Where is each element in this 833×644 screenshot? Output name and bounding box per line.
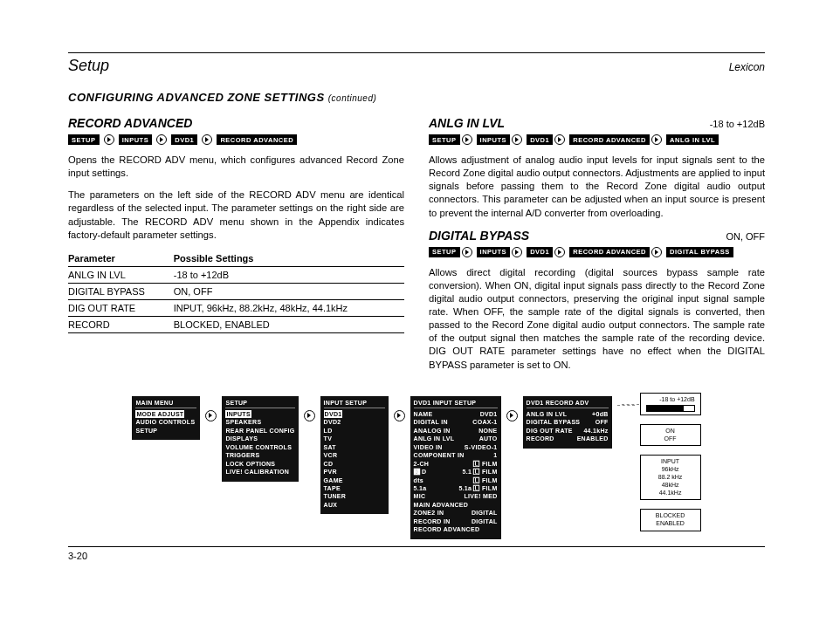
chevron-right-icon [462,134,472,145]
running-header: Setup Lexicon [68,57,765,75]
menu-dvd1-record-adv: DVD1 RECORD ADV ANLG IN LVL+0dBDIGITAL B… [523,396,612,449]
menu-row: RECORD ADVANCED [414,525,498,533]
chevron-right-icon [462,247,472,257]
value-box-dig-out-rate: INPUT 96kHz 88.2 kHz 48kHz 44.1kHz [640,455,701,500]
table-header-settings: Possible Settings [174,250,404,267]
value-box-bypass: ON OFF [640,424,701,446]
body-paragraph: Opens the RECORD ADV menu, which configu… [68,154,404,180]
table-row: ANLG IN LVL-18 to +12dB [68,266,404,283]
digital-bypass-heading: DIGITAL BYPASS [429,229,529,243]
menu-row: ZONE2 INDIGITAL [414,509,498,517]
column-left: RECORD ADVANCED SETUP INPUTS DVD1 RECORD… [68,111,404,380]
arrow-right-icon [506,410,518,421]
chevron-right-icon [651,247,662,257]
body-paragraph: Allows direct digital recording (digital… [429,266,765,372]
brand-name: Lexicon [729,61,765,73]
menu-row: ANALOG INNONE [414,427,498,435]
digital-bypass-range: ON, OFF [726,231,765,242]
menu-row: DIGITAL BYPASSOFF [527,418,609,426]
continued-label: (continued) [328,93,377,103]
body-paragraph: The parameters on the left side of the R… [68,188,404,241]
chevron-right-icon [554,247,565,257]
menu-row: 🅳 D5.1 🄻 FILM [414,468,498,476]
chevron-right-icon [554,134,565,145]
menu-input-setup: INPUT SETUP DVD1 DVD2 LD TV SAT VCR CD P… [320,396,389,515]
arrow-right-icon [304,410,315,421]
chevron-right-icon [156,134,167,145]
page-number: 3-20 [68,546,765,561]
arrow-right-icon [205,410,217,421]
menu-main: MAIN MENU MODE ADJUST AUDIO CONTROLS SET… [132,396,200,441]
menu-row: 2-CH🄻 FILM [414,460,498,468]
menu-row: DIGITAL INCOAX-1 [414,418,498,426]
value-box-record: BLOCKED ENABLED [640,509,701,531]
chevron-right-icon [512,134,522,145]
chapter-name: Setup [68,57,109,75]
breadcrumb: SETUP INPUTS DVD1 RECORD ADVANCED DIGITA… [429,246,765,257]
level-bar-icon [646,405,695,412]
chevron-right-icon [651,134,662,145]
section-title-text: CONFIGURING ADVANCED ZONE SETTINGS [68,91,325,104]
parameter-table: Parameter Possible Settings ANLG IN LVL-… [68,250,404,333]
breadcrumb: SETUP INPUTS DVD1 RECORD ADVANCED ANLG I… [429,134,765,145]
table-row: DIGITAL BYPASSON, OFF [68,283,404,299]
menu-row: RECORD INDIGITAL [414,517,498,525]
chevron-right-icon [202,134,212,145]
anlg-in-lvl-range: -18 to +12dB [710,119,765,129]
menu-row: VIDEO INS-VIDEO-1 [414,443,498,451]
menu-row: DIG OUT RATE44.1kHz [527,427,609,435]
column-right: ANLG IN LVL -18 to +12dB SETUP INPUTS DV… [429,111,765,380]
value-options-column: -18 to +12dB ON OFF INPUT 96kHz 88.2 kHz… [640,393,701,531]
breadcrumb: SETUP INPUTS DVD1 RECORD ADVANCED [68,134,404,145]
crumb-inputs: INPUTS [119,134,153,145]
body-paragraph: Allows adjustment of analog audio input … [429,154,765,220]
menu-dvd1-input-setup: DVD1 INPUT SETUP NAMEDVD1DIGITAL INCOAX-… [410,396,501,539]
record-advanced-heading: RECORD ADVANCED [68,116,192,130]
menu-row: ANLG IN LVLAUTO [414,435,498,442]
chevron-right-icon [104,134,114,145]
menu-navigation-diagram: MAIN MENU MODE ADJUST AUDIO CONTROLS SET… [68,396,765,539]
table-header-parameter: Parameter [68,250,174,267]
chevron-right-icon [512,247,522,257]
section-title: CONFIGURING ADVANCED ZONE SETTINGS (cont… [68,91,765,104]
menu-row: COMPONENT IN1 [414,451,498,459]
anlg-in-lvl-heading: ANLG IN LVL [429,116,505,130]
crumb-record-advanced: RECORD ADVANCED [217,134,297,145]
menu-row: RECORDENABLED [527,435,609,442]
menu-row: NAMEDVD1 [414,410,498,418]
arrow-right-icon [394,410,405,421]
menu-row: ANLG IN LVL+0dB [527,410,609,418]
table-row: DIG OUT RATEINPUT, 96kHz, 88.2kHz, 48kHz… [68,299,404,316]
menu-row: MICLIVE! MED [414,492,498,500]
value-box-anlg-level: -18 to +12dB [640,393,701,415]
menu-setup: SETUP INPUTS SPEAKERS REAR PANEL CONFIG … [222,396,298,482]
menu-row: dts🄻 FILM [414,476,498,484]
table-row: RECORDBLOCKED, ENABLED [68,316,404,332]
crumb-dvd1: DVD1 [171,134,197,145]
menu-row: 5.1a5.1a 🄻 FILM [414,484,498,492]
menu-row: MAIN ADVANCED [414,501,498,509]
crumb-setup: SETUP [68,134,100,145]
